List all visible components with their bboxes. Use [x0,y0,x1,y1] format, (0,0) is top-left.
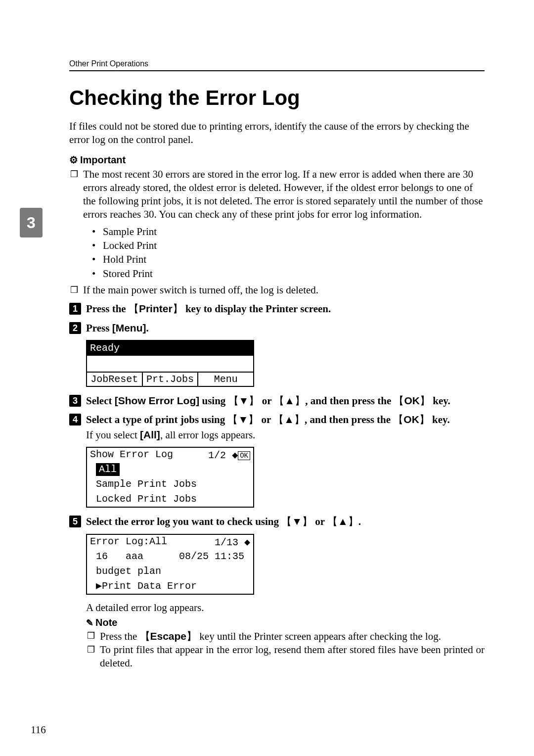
down-key: ▼ [227,414,259,425]
important-item: The most recent 30 errors are stored in … [69,168,485,281]
lcd-header: Error Log:All 1/13 ◆ [87,535,253,549]
lcd-title: Error Log:All [90,536,167,548]
detail-caption: A detailed error log appears. [86,602,485,614]
step-text: Press [Menu]. [86,322,149,334]
page-body: Other Print Operations Checking the Erro… [0,0,534,690]
important-label: Important [80,154,126,165]
lcd-title: Show Error Log [90,449,173,461]
down-key: ▼ [281,516,312,527]
important-icon: ⚙ [69,154,78,165]
job-type-item: Sample Print [92,225,485,238]
step-number: 2 [69,322,81,334]
updown-icon: ◆ [244,537,250,548]
lcd-ready-panel: Ready JobReset Prt.Jobs Menu [86,340,254,387]
note-icon: ✎ [86,618,93,628]
note-heading: ✎Note [86,617,485,628]
step-note: If you select [All], all error logs appe… [86,428,485,442]
lcd-header: Show Error Log 1/2 ◆OK [87,448,253,462]
step-number: 1 [69,303,81,315]
all-label: [All] [140,429,160,440]
lcd-option-sample[interactable]: Sample Print Jobs [87,477,253,492]
step-text: Select the error log you want to check u… [86,516,361,527]
lcd-title: Ready [87,341,253,356]
printer-key: Printer [129,303,183,314]
show-error-log-label: [Show Error Log] [115,395,200,406]
step-text: Press the Printer key to display the Pri… [86,303,331,315]
intro-paragraph: If files could not be stored due to prin… [69,120,485,147]
note-list: Press the Escape key until the Printer s… [86,629,485,670]
lcd-row-selected[interactable]: All [87,462,253,477]
up-key: ▲ [274,395,305,406]
lcd-option-all: All [96,463,120,476]
ok-key: OK [393,414,430,425]
ok-indicator: OK [238,451,250,460]
job-type-list: Sample Print Locked Print Hold Print Sto… [92,225,485,281]
up-key: ▲ [327,516,358,527]
step-2: 2 Press [Menu]. [69,321,485,335]
job-type-item: Hold Print [92,252,485,266]
page-number: 116 [31,724,46,736]
step-4: 4 Select a type of print jobs using ▼ or… [69,413,485,442]
step-1: 1 Press the Printer key to display the P… [69,302,485,316]
lcd-error-message: ▶Print Data Error [87,579,253,594]
lcd-show-error-log: Show Error Log 1/2 ◆OK All Sample Print … [86,447,254,508]
softkey-menu[interactable]: Menu [198,373,253,386]
lcd-error-meta: 16 aaa 08/25 11:35 [87,549,253,564]
menu-label: [Menu] [112,322,146,333]
chapter-tab: 3 [20,208,43,237]
softkey-jobreset[interactable]: JobReset [87,373,142,386]
step-number: 3 [69,395,81,407]
note-label: Note [95,617,117,628]
step-number: 4 [69,414,81,425]
important-item: If the main power switch is turned off, … [69,284,485,297]
updown-icon: ◆ [232,450,238,461]
important-text: The most recent 30 errors are stored in … [83,168,483,221]
lcd-page-indicator: 1/13 ◆ [215,536,250,548]
lcd-blank [87,356,253,372]
ok-key: OK [394,395,430,406]
job-type-item: Locked Print [92,238,485,252]
step-5: 5 Select the error log you want to check… [69,515,485,528]
up-key: ▲ [273,414,305,425]
escape-key: Escape [140,630,197,642]
job-type-item: Stored Print [92,267,485,281]
important-list: The most recent 30 errors are stored in … [69,168,485,297]
down-key: ▼ [228,395,260,406]
header-rule [69,70,485,71]
note-item: Press the Escape key until the Printer s… [86,629,485,643]
step-text: Select [Show Error Log] using ▼ or ▲, an… [86,395,450,407]
important-heading: ⚙Important [69,154,485,166]
lcd-error-log-detail: Error Log:All 1/13 ◆ 16 aaa 08/25 11:35 … [86,534,254,595]
step-text: Select a type of print jobs using ▼ or ▲… [86,414,450,425]
lcd-error-file: budget plan [87,564,253,579]
running-header: Other Print Operations [69,59,485,68]
lcd-page-indicator: 1/2 ◆OK [208,449,250,461]
step-number: 5 [69,516,81,527]
page-title: Checking the Error Log [69,86,485,110]
note-item: To print files that appear in the error … [86,643,485,670]
step-3: 3 Select [Show Error Log] using ▼ or ▲, … [69,394,485,408]
lcd-softkeys: JobReset Prt.Jobs Menu [87,372,253,386]
lcd-option-locked[interactable]: Locked Print Jobs [87,492,253,507]
softkey-prtjobs[interactable]: Prt.Jobs [143,373,198,386]
chapter-number: 3 [27,214,36,232]
